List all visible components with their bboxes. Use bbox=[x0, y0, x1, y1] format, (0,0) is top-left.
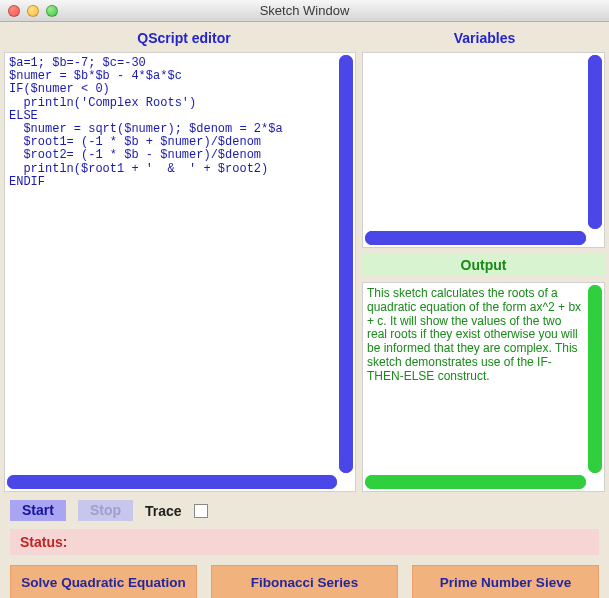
titlebar: Sketch Window bbox=[0, 0, 609, 22]
editor-hscroll[interactable] bbox=[7, 475, 337, 489]
output-hscroll[interactable] bbox=[365, 475, 586, 489]
example-fibonacci[interactable]: Fibonacci Series bbox=[211, 565, 398, 598]
variables-vscroll[interactable] bbox=[588, 55, 602, 229]
variables-panel bbox=[362, 52, 605, 248]
window-title: Sketch Window bbox=[0, 3, 609, 18]
controls-row: Start Stop Trace bbox=[4, 492, 605, 525]
code-editor[interactable]: $a=1; $b=-7; $c=-30 $numer = $b*$b - 4*$… bbox=[5, 53, 339, 475]
trace-label: Trace bbox=[145, 503, 182, 519]
stop-button[interactable]: Stop bbox=[78, 500, 133, 521]
status-label: Status: bbox=[20, 534, 67, 550]
output-text: This sketch calculates the roots of a qu… bbox=[363, 283, 588, 475]
example-primes[interactable]: Prime Number Sieve bbox=[412, 565, 599, 598]
app-body: QScript editor Variables $a=1; $b=-7; $c… bbox=[0, 22, 609, 598]
output-panel: This sketch calculates the roots of a qu… bbox=[362, 282, 605, 492]
start-button[interactable]: Start bbox=[10, 500, 66, 521]
trace-checkbox[interactable] bbox=[194, 504, 208, 518]
editor-header: QScript editor bbox=[4, 26, 364, 52]
example-buttons: Solve Quadratic Equation Fibonacci Serie… bbox=[4, 559, 605, 598]
status-bar: Status: bbox=[10, 529, 599, 555]
output-header: Output bbox=[362, 254, 605, 276]
example-quadratic[interactable]: Solve Quadratic Equation bbox=[10, 565, 197, 598]
editor-vscroll[interactable] bbox=[339, 55, 353, 473]
editor-panel: $a=1; $b=-7; $c=-30 $numer = $b*$b - 4*$… bbox=[4, 52, 356, 492]
output-vscroll[interactable] bbox=[588, 285, 602, 473]
variables-hscroll[interactable] bbox=[365, 231, 586, 245]
variables-header: Variables bbox=[364, 26, 605, 52]
